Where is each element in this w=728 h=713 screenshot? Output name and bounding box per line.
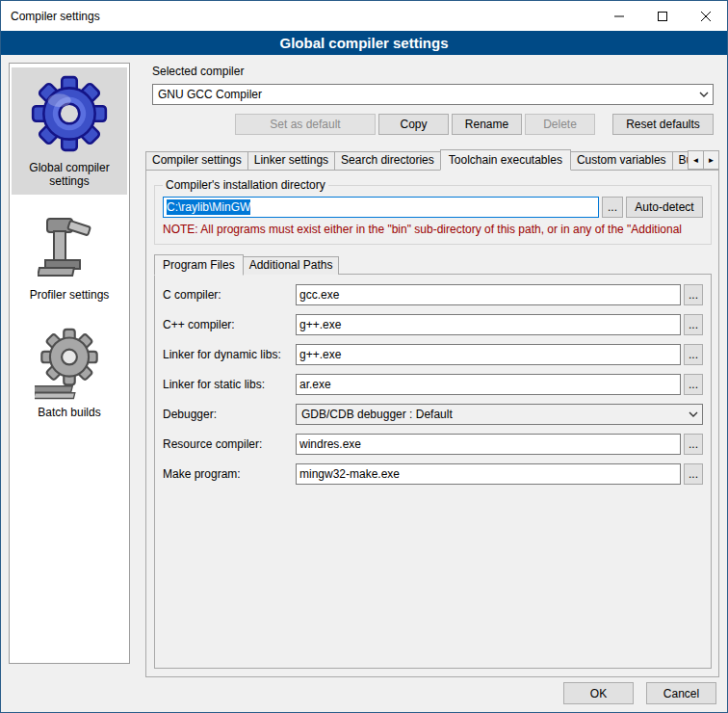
tab-compiler-settings[interactable]: Compiler settings [145, 151, 248, 170]
program-files-panel: C compiler: ... C++ compiler: ... Linker… [154, 274, 712, 669]
static-linker-browse-button[interactable]: ... [684, 374, 703, 395]
sidebar-item-label: Batch builds [14, 406, 124, 419]
make-program-input[interactable] [296, 463, 681, 485]
selected-compiler-label: Selected compiler [152, 64, 719, 79]
installation-directory-group: Compiler's installation directory C:\ray… [154, 178, 712, 245]
window-title: Compiler settings [1, 10, 597, 23]
tab-search-directories[interactable]: Search directories [334, 151, 441, 170]
ok-button[interactable]: OK [563, 682, 634, 704]
selected-compiler-dropdown[interactable]: GNU GCC Compiler [152, 84, 714, 105]
auto-detect-button[interactable]: Auto-detect [626, 197, 703, 218]
toolchain-executables-panel: Compiler's installation directory C:\ray… [145, 170, 719, 677]
dialog-footer: OK Cancel [563, 682, 716, 704]
reset-defaults-button[interactable]: Reset defaults [612, 114, 714, 135]
profiler-tool-icon [38, 272, 101, 285]
tab-scroll-left-icon[interactable]: ◄ [688, 150, 704, 170]
form-row-static-linker: Linker for static libs: ... [163, 374, 703, 395]
form-row-make-program: Make program: ... [163, 463, 703, 485]
dynamic-linker-browse-button[interactable]: ... [684, 344, 703, 365]
subtab-program-files[interactable]: Program Files [154, 254, 244, 276]
installation-directory-input[interactable]: C:\raylib\MinGW [163, 197, 599, 218]
settings-tabstrip: Compiler settings Linker settings Search… [145, 148, 719, 170]
installation-directory-row: C:\raylib\MinGW ... Auto-detect [163, 197, 703, 218]
static-linker-label: Linker for static libs: [163, 378, 296, 391]
batch-builds-gear-icon [35, 389, 104, 403]
sidebar-item-global-compiler-settings[interactable]: Global compiler settings [12, 67, 127, 195]
close-button[interactable] [684, 1, 727, 31]
form-row-dynamic-linker: Linker for dynamic libs: ... [163, 344, 703, 365]
dynamic-linker-input[interactable] [296, 344, 681, 365]
make-program-browse-button[interactable]: ... [684, 463, 703, 485]
subtab-additional-paths[interactable]: Additional Paths [243, 256, 340, 275]
sidebar-item-batch-builds[interactable]: Batch builds [12, 322, 127, 426]
set-as-default-button[interactable]: Set as default [235, 114, 376, 135]
tab-scroll-controls: ◄ ► [689, 150, 719, 170]
cpp-compiler-browse-button[interactable]: ... [684, 314, 703, 335]
delete-button[interactable]: Delete [525, 114, 595, 135]
debugger-label: Debugger: [163, 408, 296, 421]
cpp-compiler-input[interactable] [296, 314, 681, 335]
close-icon [701, 12, 711, 21]
debugger-dropdown[interactable]: GDB/CDB debugger : Default [296, 404, 703, 425]
maximize-button[interactable] [640, 1, 684, 31]
debugger-value: GDB/CDB debugger : Default [301, 408, 685, 421]
sidebar-item-label: Global compiler settings [14, 161, 124, 188]
titlebar: Compiler settings [1, 1, 727, 31]
resource-compiler-input[interactable] [296, 434, 681, 455]
form-row-debugger: Debugger: GDB/CDB debugger : Default [163, 404, 703, 425]
bin-subdirectory-note: NOTE: All programs must exist either in … [163, 223, 703, 236]
compiler-actions: Set as default Copy Rename Delete Reset … [141, 114, 714, 135]
cpp-compiler-label: C++ compiler: [163, 318, 296, 331]
form-row-c-compiler: C compiler: ... [163, 284, 703, 305]
cancel-button[interactable]: Cancel [646, 682, 716, 704]
program-files-tabstrip: Program Files Additional Paths [154, 254, 718, 275]
tab-custom-variables[interactable]: Custom variables [570, 151, 673, 170]
dynamic-linker-label: Linker for dynamic libs: [163, 348, 296, 361]
c-compiler-input[interactable] [296, 284, 681, 305]
static-linker-input[interactable] [296, 374, 681, 395]
c-compiler-browse-button[interactable]: ... [684, 284, 703, 305]
settings-category-list: Global compiler settings Profiler settin… [9, 63, 130, 664]
tab-toolchain-executables[interactable]: Toolchain executables [440, 149, 571, 171]
c-compiler-label: C compiler: [163, 288, 296, 302]
rename-button[interactable]: Rename [452, 114, 522, 135]
global-compiler-gear-icon [28, 145, 111, 158]
chevron-down-icon [695, 92, 713, 97]
main-panel: Selected compiler GNU GCC Compiler Set a… [141, 61, 719, 677]
browse-directory-button[interactable]: ... [602, 197, 623, 218]
minimize-icon [614, 12, 624, 21]
minimize-button[interactable] [597, 1, 640, 31]
maximize-icon [658, 12, 667, 21]
make-program-label: Make program: [163, 467, 296, 481]
chevron-down-icon [685, 411, 702, 417]
form-row-resource-compiler: Resource compiler: ... [163, 434, 703, 455]
resource-compiler-browse-button[interactable]: ... [684, 434, 703, 455]
copy-button[interactable]: Copy [378, 114, 449, 135]
installation-directory-label: Compiler's installation directory [163, 178, 328, 192]
installation-directory-value: C:\raylib\MinGW [167, 199, 250, 215]
tab-scroll-right-icon[interactable]: ► [703, 150, 719, 170]
page-title: Global compiler settings [1, 31, 727, 55]
sidebar-item-profiler-settings[interactable]: Profiler settings [12, 208, 127, 308]
resource-compiler-label: Resource compiler: [163, 437, 296, 451]
tab-linker-settings[interactable]: Linker settings [247, 151, 335, 170]
form-row-cpp-compiler: C++ compiler: ... [163, 314, 703, 335]
selected-compiler-value: GNU GCC Compiler [158, 88, 695, 101]
sidebar-item-label: Profiler settings [14, 288, 124, 302]
compiler-settings-window: Compiler settings Global compiler settin… [0, 0, 728, 713]
